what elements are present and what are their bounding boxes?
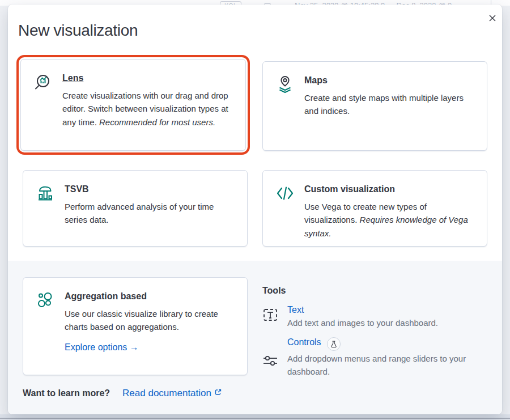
arrow-right-icon: → [130,342,139,352]
controls-tool-description: Add dropdown menus and range sliders to … [287,353,491,378]
card-tsvb[interactable]: TSVB Perform advanced analysis of your t… [23,170,248,247]
background-bottom-strip [0,414,510,420]
map-pin-layers-icon [275,74,295,150]
card-title: Maps [304,75,474,86]
text-tool-icon [262,305,278,330]
controls-tool-link[interactable]: Controls [287,337,321,347]
card-title: Aggregation based [65,291,235,302]
page: KQL Nov 25, 2020 @ 19:45:29.9 → Dec 8, 2… [0,0,510,420]
close-button[interactable] [485,11,500,26]
background-bottom-line [0,418,510,419]
lens-highlight-ring: Lens Create visualizations with our drag… [16,55,250,155]
learn-more-prompt: Want to learn more? [23,388,110,398]
controls-sliders-icon [262,337,278,379]
tools-heading: Tools [262,286,491,296]
modal-title: New visualization [18,22,138,40]
card-title: Custom visualization [304,184,474,194]
card-title: TSVB [65,184,235,194]
bottom-section: Aggregation based Use our classic visual… [8,261,502,414]
card-description: Perform advanced analysis of your time s… [65,200,235,227]
card-maps[interactable]: Maps Create and style maps with multiple… [262,61,487,151]
text-tool-description: Add text and images to your dashboard. [287,317,438,330]
tool-item-controls: Controls Add dropdown menus and range sl… [262,337,491,379]
code-brackets-icon [275,183,295,246]
lens-magnifier-chart-icon [33,72,53,150]
card-description: Create and style maps with multiple laye… [304,91,474,118]
tools-section: Tools Text Add text and images to your d… [262,286,491,385]
card-title: Lens [62,73,233,83]
close-icon [488,14,497,24]
lab-flask-badge-icon [327,337,341,351]
card-lens[interactable]: Lens Create visualizations with our drag… [20,59,246,151]
card-custom-visualization[interactable]: Custom visualization Use Vega to create … [262,170,487,247]
card-aggregation-based[interactable]: Aggregation based Use our classic visual… [23,277,248,375]
aggregation-circles-icon [36,290,55,375]
tool-item-text: Text Add text and images to your dashboa… [262,305,491,330]
read-documentation-link[interactable]: Read documentation [122,388,222,399]
tsvb-chart-icon [36,183,55,246]
card-description: Create visualizations with our drag and … [62,89,233,129]
explore-options-link[interactable]: Explore options → [65,342,139,353]
card-description: Use Vega to create new types of visualiz… [304,200,474,240]
new-visualization-modal: New visualization Lens Create visua [8,5,502,414]
learn-more-row: Want to learn more? Read documentation [23,388,222,399]
external-link-icon [214,388,222,399]
card-description: Use our classic visualize library to cre… [65,307,235,334]
text-tool-link[interactable]: Text [287,305,304,315]
